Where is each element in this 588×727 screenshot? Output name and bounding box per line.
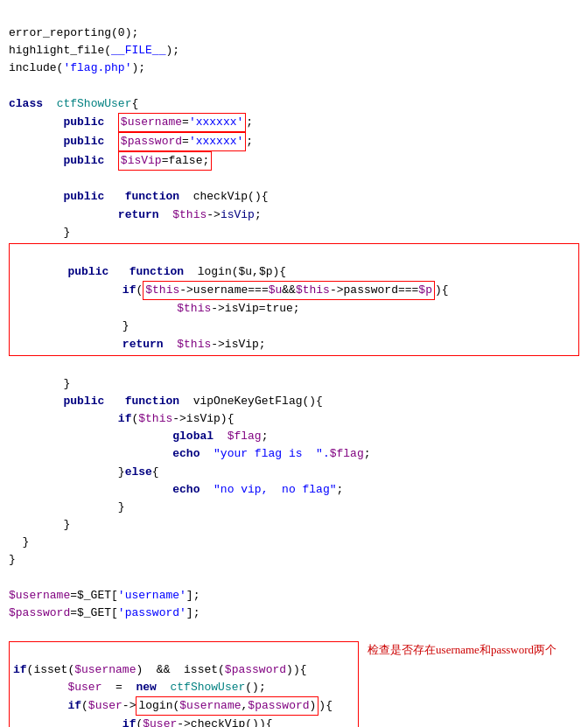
- annotation-text: 检查是否存在username和password两个: [368, 640, 556, 659]
- line-c2-11: }: [9, 553, 16, 566]
- login-line-3: $this->isVip=true;: [13, 302, 300, 315]
- code-container: error_reporting(0); highlight_file(__FIL…: [9, 7, 579, 241]
- line-c2-9: }: [9, 518, 70, 531]
- line-8: public $isVip=false;: [9, 154, 212, 167]
- line-c2-5: echo "your flag is ".$flag;: [9, 447, 371, 460]
- login-line-2: if($this->username===$u&&$this->password…: [13, 283, 449, 297]
- line-c2-2: public function vipOneKeyGetFlag(){: [9, 395, 323, 408]
- line-1: error_reporting(0);: [9, 26, 138, 39]
- isset-line: if(isset($username) && isset($password))…: [13, 663, 306, 676]
- login-line-4: }: [13, 319, 130, 332]
- line-10: public function checkVip(){: [9, 190, 269, 203]
- line-c2-3: if($this->isVip){: [9, 412, 234, 425]
- bottom-code-box: if(isset($username) && isset($password))…: [9, 641, 359, 727]
- line-12: }: [9, 226, 70, 239]
- newuser-line: $user = new ctfShowUser();: [13, 681, 266, 694]
- line-c2-8: }: [9, 500, 125, 514]
- login-section-box: public function login($u,$p){ if($this->…: [9, 243, 579, 356]
- line-c2-4: global $flag;: [9, 430, 268, 443]
- line-c2-1: }: [9, 377, 70, 390]
- line-5: class ctfShowUser{: [9, 97, 138, 110]
- line-2: highlight_file(__FILE__);: [9, 44, 179, 57]
- bottom-section: if(isset($username) && isset($password))…: [9, 640, 579, 727]
- checkvip-line: if($user->checkVip()){: [13, 717, 272, 727]
- line-c2-14: $password=$_GET['password'];: [9, 606, 200, 619]
- code-container2: } public function vipOneKeyGetFlag(){ if…: [9, 358, 579, 640]
- login-call-line: if($user->login($username,$password)){: [13, 699, 332, 712]
- login-line-1: public function login($u,$p){: [13, 265, 286, 278]
- line-c2-10: }: [9, 535, 29, 549]
- line-11: return $this->isVip;: [9, 208, 262, 221]
- line-c2-7: echo "no vip, no flag";: [9, 483, 343, 496]
- line-c2-13: $username=$_GET['username'];: [9, 589, 200, 602]
- line-7: public $password='xxxxxx';: [9, 135, 253, 148]
- line-6: public $username='xxxxxx';: [9, 115, 253, 129]
- line-c2-6: }else{: [9, 465, 159, 479]
- line-3: include('flag.php');: [9, 61, 145, 74]
- login-line-5: return $this->isVip;: [13, 338, 266, 351]
